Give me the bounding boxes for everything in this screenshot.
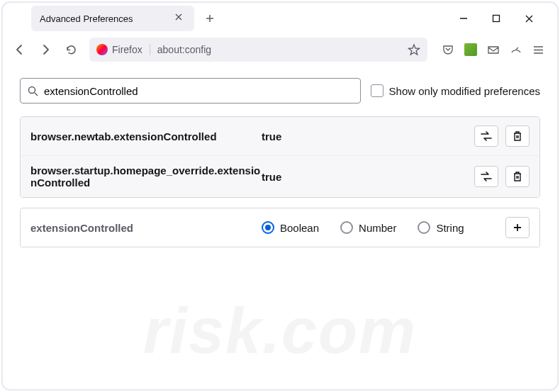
radio-boolean[interactable]: Boolean <box>262 221 319 234</box>
preference-value: true <box>262 171 474 183</box>
delete-button[interactable] <box>505 166 530 187</box>
new-preference-row: extensionControlled Boolean Number Strin… <box>20 208 540 247</box>
svg-rect-0 <box>493 16 500 22</box>
identity-label: Firefox <box>112 44 142 55</box>
hamburger-menu-icon[interactable] <box>532 44 544 56</box>
search-box[interactable] <box>20 78 361 103</box>
radio-label: Boolean <box>280 222 319 234</box>
preference-row[interactable]: browser.newtab.extensionControlled true <box>21 117 539 155</box>
radio-number[interactable]: Number <box>340 221 396 234</box>
content-area: Show only modified preferences browser.n… <box>3 65 557 260</box>
add-button[interactable] <box>505 217 530 238</box>
url-text: about:config <box>157 44 408 55</box>
new-tab-button[interactable] <box>200 9 220 28</box>
tab-title: Advanced Preferences <box>40 13 174 24</box>
preference-actions <box>474 166 530 187</box>
radio-label: Number <box>359 222 396 234</box>
toggle-button[interactable] <box>474 125 498 147</box>
preference-actions <box>474 125 530 147</box>
new-preference-name: extensionControlled <box>30 222 262 234</box>
modified-only-label: Show only modified preferences <box>389 85 540 97</box>
window-controls <box>454 9 551 28</box>
delete-button[interactable] <box>505 125 530 147</box>
preference-name: browser.startup.homepage_override.extens… <box>30 164 262 189</box>
radio-label: String <box>436 222 464 234</box>
preference-name: browser.newtab.extensionControlled <box>30 130 262 142</box>
navbar: Firefox about:config <box>3 34 557 65</box>
svg-point-1 <box>29 86 35 93</box>
pocket-icon[interactable] <box>442 43 454 56</box>
watermark: risk.com <box>143 295 417 368</box>
forward-button[interactable] <box>34 38 57 61</box>
preferences-table: browser.newtab.extensionControlled true … <box>20 116 540 198</box>
browser-tab[interactable]: Advanced Preferences <box>31 6 194 31</box>
preference-value: true <box>262 130 474 142</box>
radio-string[interactable]: String <box>418 221 464 234</box>
bookmark-star-icon[interactable] <box>408 43 420 56</box>
search-row: Show only modified preferences <box>20 78 540 103</box>
url-bar[interactable]: Firefox about:config <box>89 38 427 62</box>
speedometer-icon[interactable] <box>510 43 522 56</box>
reload-button[interactable] <box>60 38 82 61</box>
extension-icon[interactable] <box>464 43 477 56</box>
browser-window: Advanced Preferences <box>1 1 559 391</box>
toggle-button[interactable] <box>474 166 498 187</box>
search-icon <box>28 86 38 96</box>
search-input[interactable] <box>44 85 353 97</box>
maximize-button[interactable] <box>486 9 506 28</box>
radio-icon <box>340 221 353 234</box>
firefox-icon <box>96 44 108 55</box>
minimize-button[interactable] <box>454 9 474 28</box>
modified-only-toggle[interactable]: Show only modified preferences <box>371 84 540 97</box>
close-window-button[interactable] <box>519 9 539 28</box>
identity-box[interactable]: Firefox <box>96 44 150 55</box>
radio-icon <box>262 221 274 234</box>
type-options: Boolean Number String <box>262 221 505 234</box>
radio-icon <box>418 221 430 234</box>
close-tab-icon[interactable] <box>174 13 186 24</box>
preference-row[interactable]: browser.startup.homepage_override.extens… <box>21 155 539 197</box>
titlebar: Advanced Preferences <box>3 3 557 34</box>
checkbox-icon[interactable] <box>371 84 383 97</box>
back-button[interactable] <box>9 38 31 61</box>
mail-icon[interactable] <box>487 43 500 56</box>
toolbar-icons <box>435 43 551 56</box>
